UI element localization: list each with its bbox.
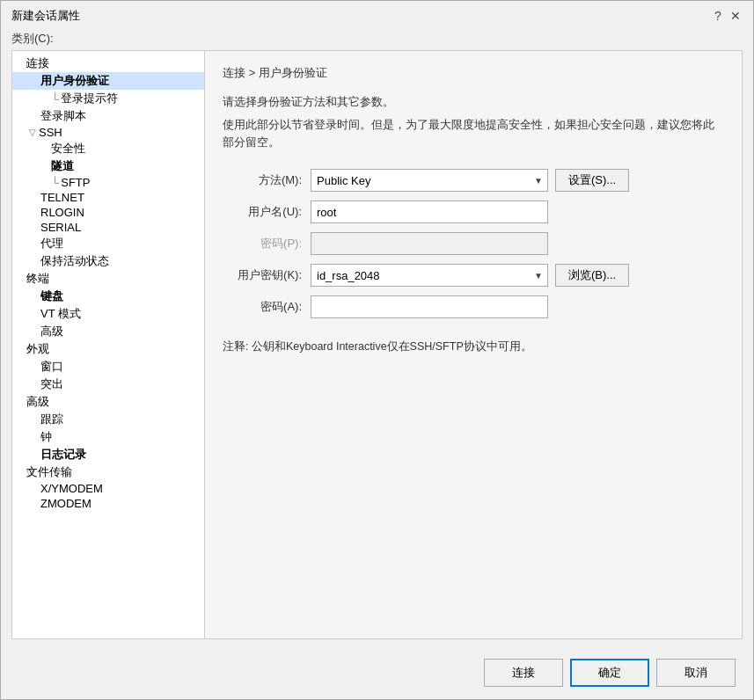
expand-icon-connect: ▷	[12, 59, 26, 69]
sidebar-item-advanced[interactable]: ▽ 高级	[12, 393, 204, 411]
username-row: 用户名(U):	[223, 201, 724, 223]
sidebar-item-security[interactable]: 安全性	[12, 140, 204, 157]
sidebar-label-ssh: SSH	[39, 126, 62, 139]
expand-icon-appearance: ▽	[12, 345, 26, 354]
sidebar-label-keyboard: 键盘	[40, 288, 63, 304]
sidebar-item-proxy[interactable]: 代理	[12, 235, 204, 252]
sidebar-label-security: 安全性	[51, 141, 85, 157]
sidebar-label-terminal: 终端	[26, 271, 49, 287]
breadcrumb-part2: 用户身份验证	[259, 66, 327, 79]
close-button[interactable]: ✕	[728, 9, 743, 23]
expand-icon-advanced: ▽	[12, 397, 26, 407]
tree-panel: ▷ 连接 用户身份验证 └ 登录提示符 登录脚本 ▽ SSH	[11, 50, 205, 639]
sidebar-item-highlight[interactable]: 突出	[12, 376, 204, 393]
sidebar-item-trace[interactable]: 跟踪	[12, 411, 204, 428]
passphrase-row: 密码(A):	[223, 295, 724, 318]
sidebar-item-zmodem[interactable]: ZMODEM	[12, 496, 204, 511]
sidebar-label-file-transfer: 文件传输	[26, 464, 72, 480]
sidebar-label-user-auth: 用户身份验证	[40, 73, 109, 89]
sidebar-item-file-transfer[interactable]: ▽ 文件传输	[12, 463, 204, 481]
expand-icon-ssh: ▽	[26, 128, 39, 137]
sidebar-label-zmodem: ZMODEM	[40, 497, 92, 510]
password-row: 密码(P):	[223, 232, 724, 255]
sidebar-label-appearance: 外观	[26, 341, 49, 357]
user-key-label: 用户密钥(K):	[223, 267, 311, 283]
sidebar-label-advanced-terminal: 高级	[40, 324, 63, 339]
sidebar-label-sftp: SFTP	[61, 176, 90, 189]
sidebar-item-xymodem[interactable]: X/YMODEM	[12, 481, 204, 496]
sidebar-item-connect[interactable]: ▷ 连接	[12, 55, 204, 72]
method-select[interactable]: Public Key Password Keyboard Interactive…	[311, 169, 548, 192]
username-input[interactable]	[311, 201, 548, 223]
sidebar-item-keyboard[interactable]: 键盘	[12, 288, 204, 305]
sidebar-label-log: 日志记录	[40, 447, 86, 463]
breadcrumb-part1: 连接	[223, 66, 245, 79]
note-text: 注释: 公钥和Keyboard Interactive仅在SSH/SFTP协议中…	[223, 339, 724, 354]
sidebar-label-vt-mode: VT 模式	[40, 306, 81, 322]
help-button[interactable]: ?	[711, 9, 725, 23]
password-label: 密码(P):	[223, 236, 311, 252]
username-label: 用户名(U):	[223, 204, 311, 220]
sidebar-label-advanced: 高级	[26, 394, 49, 410]
sidebar-item-serial[interactable]: SERIAL	[12, 220, 204, 235]
user-key-select-wrapper: id_rsa_2048 ▼	[311, 264, 548, 287]
ok-button[interactable]: 确定	[570, 659, 649, 687]
sidebar-label-rlogin: RLOGIN	[40, 206, 84, 219]
sidebar-label-trace: 跟踪	[40, 412, 63, 427]
method-row: 方法(M): Public Key Password Keyboard Inte…	[223, 169, 724, 192]
sidebar-label-telnet: TELNET	[40, 191, 84, 204]
sidebar-label-xymodem: X/YMODEM	[40, 482, 103, 495]
sidebar-item-clock[interactable]: 钟	[12, 428, 204, 446]
sidebar-label-proxy: 代理	[40, 236, 63, 252]
expand-icon-file-transfer: ▽	[12, 468, 26, 478]
sidebar-label-clock: 钟	[40, 429, 52, 445]
user-key-row: 用户密钥(K): id_rsa_2048 ▼ 浏览(B)...	[223, 264, 724, 287]
expand-icon-terminal: ▽	[12, 274, 26, 284]
sidebar-item-keepalive[interactable]: 保持活动状态	[12, 252, 204, 270]
sidebar-item-vt-mode[interactable]: VT 模式	[12, 305, 204, 323]
category-label: 类别(C):	[11, 32, 54, 45]
content-panel: 连接 > 用户身份验证 请选择身份验证方法和其它参数。 使用此部分以节省登录时间…	[205, 50, 743, 639]
browse-button[interactable]: 浏览(B)...	[555, 264, 629, 287]
dialog-title: 新建会话属性	[11, 8, 80, 24]
passphrase-input[interactable]	[311, 295, 548, 318]
sidebar-item-user-auth[interactable]: 用户身份验证	[12, 72, 204, 90]
sidebar-item-telnet[interactable]: TELNET	[12, 190, 204, 205]
sidebar-label-connect: 连接	[26, 55, 49, 71]
sidebar-label-serial: SERIAL	[40, 221, 81, 234]
sidebar-label-highlight: 突出	[40, 376, 63, 392]
title-bar: 新建会话属性 ? ✕	[1, 1, 753, 31]
sidebar-item-log[interactable]: 日志记录	[12, 446, 204, 463]
sidebar-label-keepalive: 保持活动状态	[40, 253, 109, 269]
password-input[interactable]	[311, 232, 548, 255]
breadcrumb-sep: >	[249, 66, 259, 79]
cancel-button[interactable]: 取消	[656, 659, 736, 687]
sidebar-item-login-prompt[interactable]: └ 登录提示符	[12, 90, 204, 107]
sidebar-item-ssh[interactable]: ▽ SSH	[12, 125, 204, 140]
sidebar-item-tunnel[interactable]: 隧道	[12, 157, 204, 175]
sidebar-item-terminal[interactable]: ▽ 终端	[12, 270, 204, 288]
sidebar-label-window: 窗口	[40, 359, 63, 375]
breadcrumb: 连接 > 用户身份验证	[223, 65, 724, 81]
description-line2: 使用此部分以节省登录时间。但是，为了最大限度地提高安全性，如果担心安全问题，建议…	[223, 116, 724, 151]
sidebar-label-tunnel: 隧道	[51, 158, 74, 174]
description-line1: 请选择身份验证方法和其它参数。	[223, 93, 724, 111]
sidebar-item-advanced-terminal[interactable]: 高级	[12, 323, 204, 340]
sidebar-item-window[interactable]: 窗口	[12, 358, 204, 376]
method-select-wrapper: Public Key Password Keyboard Interactive…	[311, 169, 548, 192]
settings-button[interactable]: 设置(S)...	[555, 169, 629, 192]
title-bar-buttons: ? ✕	[711, 9, 743, 23]
sidebar-label-login-prompt: 登录提示符	[61, 91, 118, 106]
dialog-footer: 连接 确定 取消	[1, 650, 753, 699]
dash-icon: └	[51, 92, 59, 106]
sidebar-item-login-script[interactable]: 登录脚本	[12, 107, 204, 125]
sidebar-item-sftp[interactable]: └ SFTP	[12, 175, 204, 190]
connect-button[interactable]: 连接	[484, 659, 563, 687]
sidebar-item-appearance[interactable]: ▽ 外观	[12, 340, 204, 358]
method-label: 方法(M):	[223, 172, 311, 188]
sidebar-label-login-script: 登录脚本	[40, 108, 86, 124]
passphrase-label: 密码(A):	[223, 299, 311, 315]
sidebar-item-rlogin[interactable]: RLOGIN	[12, 205, 204, 220]
dash-icon2: └	[51, 176, 59, 189]
user-key-select[interactable]: id_rsa_2048	[311, 264, 548, 287]
